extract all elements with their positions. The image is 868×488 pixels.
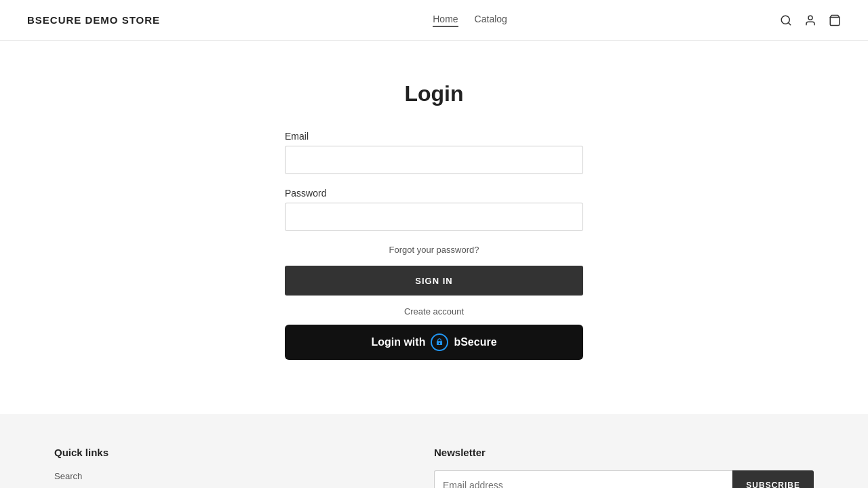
- svg-point-2: [808, 16, 812, 20]
- sign-in-button[interactable]: SIGN IN: [285, 266, 583, 296]
- nav-catalog[interactable]: Catalog: [475, 14, 507, 27]
- footer-quick-links: Quick links Search: [54, 447, 434, 488]
- subscribe-button[interactable]: SUBSCRIBE: [732, 470, 814, 488]
- newsletter-row: SUBSCRIBE: [434, 470, 814, 488]
- password-label: Password: [285, 188, 583, 199]
- password-group: Password: [285, 188, 583, 231]
- search-icon: [780, 14, 792, 26]
- email-label: Email: [285, 131, 583, 142]
- footer-newsletter: Newsletter SUBSCRIBE: [434, 447, 814, 488]
- footer-top: Quick links Search Newsletter SUBSCRIBE: [54, 447, 814, 488]
- user-icon: [804, 14, 816, 26]
- page-title: Login: [404, 81, 463, 106]
- newsletter-heading: Newsletter: [434, 447, 814, 458]
- footer: Quick links Search Newsletter SUBSCRIBE …: [0, 414, 868, 488]
- password-input[interactable]: [285, 203, 583, 231]
- email-input[interactable]: [285, 146, 583, 174]
- quick-links-heading: Quick links: [54, 447, 434, 458]
- bsecure-text-prefix: Login with: [371, 336, 425, 348]
- footer-search-link[interactable]: Search: [54, 471, 82, 481]
- login-form: Email Password Forgot your password? SIG…: [285, 131, 583, 360]
- bsecure-login-button[interactable]: Login with bSecure: [285, 325, 583, 360]
- nav-home[interactable]: Home: [433, 14, 458, 27]
- newsletter-email-input[interactable]: [434, 470, 732, 488]
- main-nav: Home Catalog: [433, 14, 507, 27]
- user-button[interactable]: [804, 14, 816, 26]
- header-icons: [780, 14, 841, 26]
- search-button[interactable]: [780, 14, 792, 26]
- email-group: Email: [285, 131, 583, 174]
- cart-button[interactable]: [829, 14, 841, 26]
- bsecure-logo-svg: [435, 338, 444, 347]
- svg-line-1: [788, 22, 790, 24]
- main-content: Login Email Password Forgot your passwor…: [0, 41, 868, 414]
- create-account-link[interactable]: Create account: [285, 306, 583, 317]
- forgot-password-link[interactable]: Forgot your password?: [285, 245, 583, 255]
- site-logo: BSECURE DEMO STORE: [27, 14, 160, 26]
- bsecure-icon: [431, 333, 448, 351]
- cart-icon: [829, 14, 841, 26]
- bsecure-text: bSecure: [454, 336, 496, 348]
